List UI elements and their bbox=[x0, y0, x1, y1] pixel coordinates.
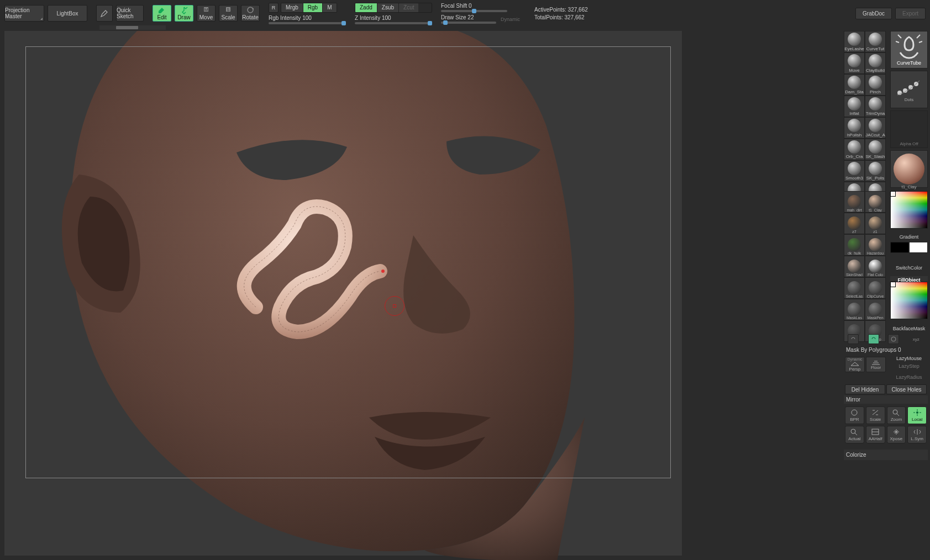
zcut-button[interactable]: Zcut bbox=[399, 3, 418, 12]
grabdoc-button[interactable]: GrabDoc bbox=[855, 8, 892, 19]
brush-label: Smooth3 bbox=[845, 176, 863, 181]
material-ball-icon bbox=[869, 195, 882, 208]
z-intensity-slider[interactable]: Z Intensity 100 bbox=[355, 15, 432, 24]
brush-trimdyna[interactable]: TrimDyna bbox=[865, 96, 886, 117]
material-flat colo[interactable]: Flat Colo bbox=[865, 256, 886, 277]
viewport-canvas[interactable] bbox=[4, 31, 682, 556]
brush-eyelashe[interactable]: EyeLashe bbox=[844, 31, 865, 52]
alpha-button[interactable]: Alpha Off bbox=[890, 110, 928, 148]
sym-toggle-1[interactable] bbox=[848, 334, 859, 344]
rotate-mode-button[interactable]: Rotate bbox=[241, 5, 260, 22]
brush-claybuild[interactable]: ClayBuild bbox=[865, 52, 886, 74]
gradient-button[interactable]: Gradient bbox=[890, 234, 928, 240]
material-t1_clay[interactable]: t1_Clay bbox=[865, 191, 886, 213]
gradient-swatches[interactable] bbox=[890, 242, 928, 253]
material-masklas[interactable]: MaskLas bbox=[844, 299, 865, 320]
material-maskpen[interactable]: MaskPen bbox=[865, 299, 886, 320]
mask-polygroups-label: Mask By Polygroups 0 bbox=[844, 346, 928, 354]
brush-curvetut[interactable]: CurveTut bbox=[865, 31, 886, 52]
quick-sketch-button[interactable]: Quick Sketch bbox=[116, 5, 144, 22]
material-hazardou[interactable]: Hazardou bbox=[865, 234, 886, 256]
r-toggle-button[interactable]: R bbox=[269, 3, 279, 13]
nav-actual[interactable]: Actual bbox=[845, 426, 864, 443]
stroke-type-button[interactable]: Dots bbox=[890, 71, 928, 108]
material-dk_hulk[interactable]: dk_hulk bbox=[844, 234, 865, 256]
material-z7[interactable]: z7 bbox=[844, 213, 865, 234]
close-holes-button[interactable]: Close Holes bbox=[886, 384, 927, 394]
nav-bpr[interactable]: BPR bbox=[845, 406, 864, 424]
move-mode-button[interactable]: M Move bbox=[197, 5, 216, 22]
colorize-header[interactable]: Colorize bbox=[844, 450, 928, 460]
brush-dam_sta[interactable]: Dam_Sta bbox=[844, 74, 865, 96]
mini-scrollbar[interactable] bbox=[99, 25, 166, 30]
switchcolor-button[interactable]: SwitchColor bbox=[890, 265, 928, 271]
persp-button[interactable]: Dynamic Persp bbox=[845, 357, 865, 372]
svg-point-11 bbox=[852, 410, 857, 415]
brush-ball-icon bbox=[848, 162, 861, 175]
selected-brush-preview[interactable]: CurveTube bbox=[890, 31, 928, 68]
brush-orb_cra[interactable]: Orb_Cra bbox=[844, 139, 865, 160]
lazymouse-button[interactable]: LazyMouse bbox=[890, 356, 928, 361]
floor-button[interactable]: Floor bbox=[866, 357, 886, 372]
rgb-button[interactable]: Rgb bbox=[303, 3, 323, 12]
draw-mode-button[interactable]: Draw bbox=[175, 5, 193, 22]
rgb-intensity-slider[interactable]: Rgb Intensity 100 bbox=[269, 15, 346, 24]
focal-shift-value: 0 bbox=[469, 3, 472, 9]
color-picker-secondary[interactable] bbox=[890, 282, 928, 319]
m-button[interactable]: M bbox=[323, 3, 336, 12]
z-intensity-label: Z Intensity bbox=[355, 15, 380, 21]
material-clipcurve[interactable]: ClipCurve bbox=[865, 277, 886, 299]
brush-smooth3[interactable]: Smooth3 bbox=[844, 160, 865, 182]
zadd-button[interactable]: Zadd bbox=[355, 3, 377, 12]
material-label: Hazardou bbox=[867, 251, 884, 255]
nav-lsym[interactable]: L.Sym bbox=[907, 426, 927, 443]
brush-pinch[interactable]: Pinch bbox=[865, 74, 886, 96]
quicksketch-icon-button[interactable] bbox=[96, 5, 113, 22]
nav-scale[interactable]: Scale bbox=[866, 406, 885, 424]
material-z1[interactable]: z1 bbox=[865, 213, 886, 234]
material-preview[interactable] bbox=[890, 150, 928, 188]
brush-ball-icon bbox=[869, 33, 882, 46]
material-selectlas[interactable]: SelectLas bbox=[844, 277, 865, 299]
swatch-white[interactable] bbox=[909, 242, 928, 253]
nav-zoom[interactable]: Zoom bbox=[887, 406, 906, 424]
floor-label: Floor bbox=[871, 365, 881, 370]
scale-mode-button[interactable]: S Scale bbox=[219, 5, 238, 22]
mrgb-button[interactable]: Mrgb bbox=[281, 3, 303, 12]
alpha-label: Alpha Off bbox=[900, 141, 918, 147]
lightbox-button[interactable]: LightBox bbox=[48, 5, 87, 22]
export-button[interactable]: Export bbox=[895, 8, 926, 19]
mirror-header[interactable]: Mirror bbox=[844, 395, 928, 404]
sym-toggle-2[interactable] bbox=[868, 334, 879, 344]
brush-inflat[interactable]: Inflat bbox=[844, 96, 865, 117]
active-points-value: 327,662 bbox=[568, 7, 588, 13]
nav-xpose[interactable]: Xpose bbox=[887, 426, 906, 443]
projection-master-button[interactable]: Projection Master bbox=[4, 5, 44, 22]
color-picker-main[interactable] bbox=[890, 191, 928, 229]
material-label: MaskPen bbox=[867, 316, 883, 320]
focal-shift-slider[interactable]: Focal Shift 0 bbox=[441, 3, 520, 12]
edit-mode-button[interactable]: Edit bbox=[153, 5, 171, 22]
nav-local[interactable]: Local bbox=[907, 406, 927, 424]
xyz-label: xyz bbox=[908, 334, 924, 344]
backfacemask-button[interactable]: BackfaceMask bbox=[890, 326, 928, 331]
lazystep-label: LazyStep bbox=[890, 363, 928, 369]
nav-aahalf[interactable]: AAHalf bbox=[866, 426, 885, 443]
swatch-black[interactable] bbox=[890, 242, 909, 253]
zsub-button[interactable]: Zsub bbox=[377, 3, 399, 12]
curvetube-icon bbox=[896, 34, 922, 60]
sym-toggle-3[interactable] bbox=[888, 334, 899, 344]
brush-jaccut_a[interactable]: JACcut_A bbox=[865, 117, 886, 139]
brush-label: JACcut_A bbox=[865, 133, 885, 138]
del-hidden-button[interactable]: Del Hidden bbox=[845, 384, 885, 394]
brush-sk_slash[interactable]: SK_Slash bbox=[865, 139, 886, 160]
projection-master-label: Projection Master bbox=[5, 7, 44, 19]
material-skinshad[interactable]: SkinShad bbox=[844, 256, 865, 277]
draw-size-slider[interactable]: Draw Size 22 bbox=[441, 14, 496, 24]
brush-move[interactable]: Move bbox=[844, 52, 865, 74]
brush-sk_polis[interactable]: SK_Polis bbox=[865, 160, 886, 182]
circle-icon bbox=[890, 336, 897, 342]
material-mah_dirt[interactable]: mah_dirt bbox=[844, 191, 865, 213]
local-icon bbox=[913, 409, 922, 416]
brush-hpolish[interactable]: hPolish bbox=[844, 117, 865, 139]
